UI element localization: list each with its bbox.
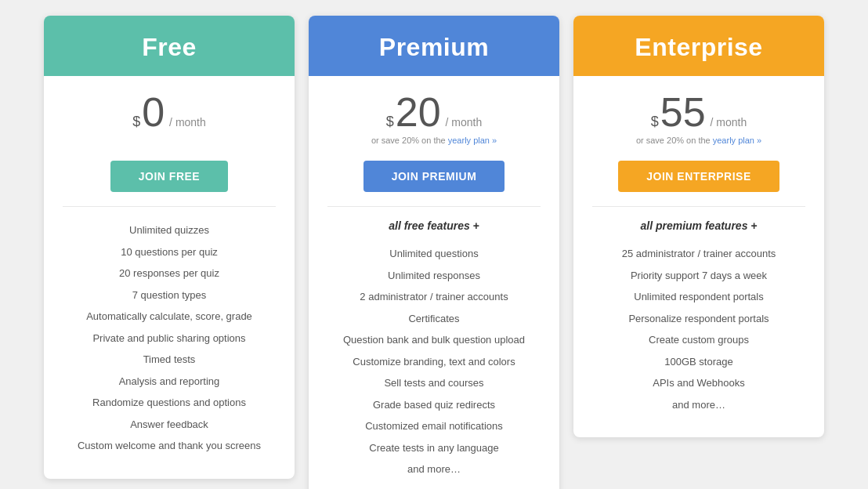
- list-item: Question bank and bulk question upload: [327, 329, 541, 351]
- list-item: Custom welcome and thank you screens: [63, 435, 276, 457]
- plan-title-free: Free: [60, 33, 279, 62]
- list-item: Certificates: [327, 308, 541, 330]
- feature-list-free: Unlimited quizzes10 questions per quiz20…: [63, 219, 276, 457]
- list-item: Personalize respondent portals: [592, 308, 805, 330]
- join-button-free[interactable]: JOIN FREE: [110, 161, 228, 192]
- features-header-premium: all free features +: [327, 219, 541, 232]
- list-item: Analysis and reporting: [63, 371, 276, 393]
- plan-title-premium: Premium: [324, 33, 544, 62]
- list-item: and more…: [592, 394, 805, 416]
- features-header-enterprise: all premium features +: [592, 219, 805, 232]
- list-item: Private and public sharing options: [63, 328, 276, 350]
- price-dollar-premium: $: [386, 114, 394, 130]
- join-button-enterprise[interactable]: JOIN ENTERPRISE: [618, 161, 779, 192]
- plan-header-premium: Premium: [309, 16, 559, 76]
- price-row-free: $0/ month: [63, 92, 276, 132]
- plan-card-premium: Premium$20/ monthor save 20% on the year…: [309, 16, 559, 489]
- divider-premium: [327, 206, 541, 207]
- price-period-premium: / month: [446, 116, 483, 129]
- price-period-enterprise: / month: [711, 116, 747, 129]
- list-item: 10 questions per quiz: [63, 241, 276, 263]
- price-amount-enterprise: 55: [660, 92, 706, 132]
- list-item: 2 administrator / trainer accounts: [327, 286, 541, 308]
- plan-title-enterprise: Enterprise: [589, 33, 808, 62]
- divider-free: [63, 206, 276, 207]
- plan-card-free: Free$0/ monthJOIN FREEUnlimited quizzes1…: [44, 16, 295, 479]
- yearly-plan-link-premium[interactable]: yearly plan »: [448, 136, 497, 145]
- list-item: Unlimited quizzes: [63, 219, 276, 241]
- divider-enterprise: [592, 206, 805, 207]
- list-item: Create custom groups: [592, 329, 805, 351]
- save-text-free: [63, 136, 276, 148]
- list-item: 25 administrator / trainer accounts: [592, 243, 805, 265]
- list-item: Grade based quiz redirects: [327, 394, 541, 416]
- list-item: Unlimited responses: [327, 265, 541, 287]
- price-row-premium: $20/ month: [327, 92, 541, 132]
- list-item: Answer feedback: [63, 414, 276, 436]
- list-item: Randomize questions and options: [63, 392, 276, 414]
- plan-body-premium: $20/ monthor save 20% on the yearly plan…: [309, 76, 559, 489]
- plan-header-free: Free: [44, 16, 295, 76]
- plan-body-enterprise: $55/ monthor save 20% on the yearly plan…: [573, 76, 824, 437]
- yearly-plan-link-enterprise[interactable]: yearly plan »: [713, 136, 761, 145]
- list-item: Create tests in any language: [327, 437, 541, 459]
- save-text-premium: or save 20% on the yearly plan »: [327, 136, 541, 148]
- join-button-premium[interactable]: JOIN PREMIUM: [363, 161, 505, 192]
- list-item: Automatically calculate, score, grade: [63, 306, 276, 328]
- price-period-free: / month: [169, 116, 206, 129]
- save-text-enterprise: or save 20% on the yearly plan »: [592, 136, 805, 148]
- price-dollar-free: $: [132, 114, 140, 130]
- list-item: 100GB storage: [592, 351, 805, 373]
- feature-list-premium: Unlimited questionsUnlimited responses2 …: [327, 243, 541, 480]
- list-item: 20 responses per quiz: [63, 263, 276, 284]
- list-item: Customized email notifications: [327, 415, 541, 437]
- list-item: Customize branding, text and colors: [327, 351, 541, 373]
- price-amount-free: 0: [142, 92, 165, 132]
- price-dollar-enterprise: $: [651, 114, 659, 130]
- price-amount-premium: 20: [396, 92, 441, 132]
- list-item: Unlimited questions: [327, 243, 541, 265]
- pricing-container: Free$0/ monthJOIN FREEUnlimited quizzes1…: [16, 16, 852, 489]
- price-row-enterprise: $55/ month: [592, 92, 805, 132]
- feature-list-enterprise: 25 administrator / trainer accountsPrior…: [592, 243, 805, 415]
- list-item: and more…: [327, 458, 541, 480]
- plan-header-enterprise: Enterprise: [573, 16, 824, 76]
- plan-body-free: $0/ monthJOIN FREEUnlimited quizzes10 qu…: [44, 76, 295, 479]
- list-item: APIs and Webhooks: [592, 372, 805, 394]
- list-item: Unlimited respondent portals: [592, 286, 805, 308]
- list-item: Priority support 7 days a week: [592, 265, 805, 287]
- list-item: Timed tests: [63, 349, 276, 371]
- plan-card-enterprise: Enterprise$55/ monthor save 20% on the y…: [573, 16, 824, 437]
- list-item: Sell tests and courses: [327, 372, 541, 394]
- list-item: 7 question types: [63, 284, 276, 306]
